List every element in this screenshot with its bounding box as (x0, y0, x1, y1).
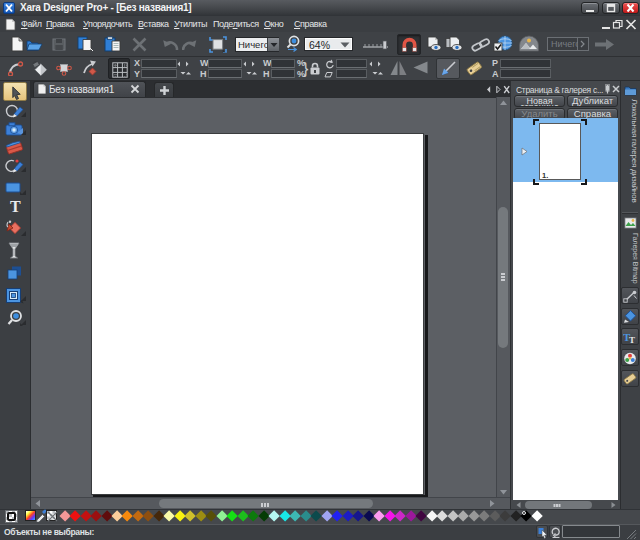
svg-text:T: T (10, 199, 21, 214)
svg-text:T: T (629, 335, 635, 344)
